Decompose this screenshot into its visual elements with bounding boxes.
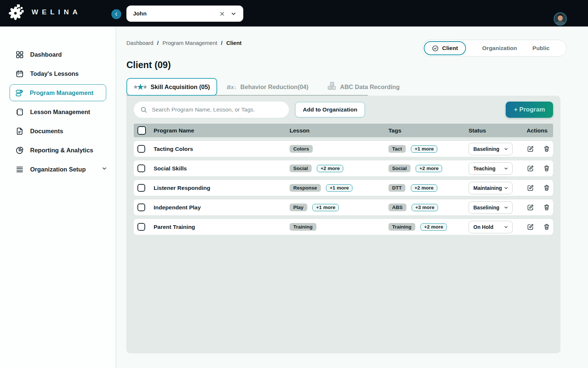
add-to-organization-button[interactable]: Add to Organization [295,102,365,117]
chevron-down-icon [503,166,509,171]
app-header: WELINA John [0,0,588,26]
row-checkbox[interactable] [137,164,145,172]
lesson-chip: Training [290,223,316,231]
tag-more-chip[interactable]: +3 more [412,204,438,211]
add-program-button[interactable]: + Program [506,102,553,118]
tag-more-chip[interactable]: +2 more [416,165,442,172]
main-content: Dashboard / Program Management / Client … [116,26,588,368]
chevron-down-icon [503,146,509,152]
svg-text:A: A [331,82,333,85]
stack-icon [15,165,24,174]
user-avatar[interactable] [553,12,567,26]
tag-chip: ABS [388,204,406,211]
edit-icon[interactable] [527,145,534,153]
stars-icon: ☆ ★ ☆ [134,83,147,91]
tab-behavior-reduction[interactable]: Bx↓ Behavior Reduction(04) [217,78,318,96]
sidebar-item-label: Reporting & Analytics [30,147,93,154]
row-checkbox[interactable] [137,204,145,211]
client-selector-dropdown[interactable]: John [126,6,243,22]
sidebar-item-dashboard[interactable]: Dashboard [0,45,116,64]
breadcrumb-program-management[interactable]: Program Management [162,40,217,46]
tab-skill-acquisition[interactable]: ☆ ★ ☆ Skill Acquisition (05) [126,78,217,96]
chevron-down-icon[interactable] [230,11,237,17]
pie-chart-icon [15,146,24,155]
row-checkbox[interactable] [137,184,145,192]
search-icon [140,106,148,114]
tag-chip: DTT [388,184,405,192]
column-lesson: Lesson [290,127,388,134]
row-checkbox[interactable] [137,145,145,153]
select-all-checkbox[interactable] [137,126,146,135]
sidebar-item-label: Organization Setup [30,166,86,173]
x-icon[interactable] [219,11,225,17]
tab-bar: ☆ ★ ☆ Skill Acquisition (05) Bx↓ Behavio… [126,78,409,96]
flower-logo-icon [8,3,26,21]
edit-icon[interactable] [527,164,534,172]
sidebar-item-reporting-analytics[interactable]: Reporting & Analytics [0,141,116,160]
status-dropdown[interactable]: Baselining [469,201,513,214]
sidebar-item-label: Lesson Management [30,109,90,116]
program-table-panel: Add to Organization + Program Program Na… [126,96,560,353]
breadcrumb-current: Client [226,40,242,46]
column-program-name: Program Name [154,127,290,134]
table-row: Parent Training Training Training +2 mor… [134,219,553,235]
status-dropdown[interactable]: Maintaining [469,182,513,194]
table-row: Independent Play Play +1 more ABS +3 mor… [134,199,553,215]
sidebar-item-documents[interactable]: Documents [0,121,116,141]
table-row: Social Skills Social +2 more Social +2 m… [134,160,553,176]
view-toggle-organization[interactable]: Organization [482,45,517,52]
view-toggle-client[interactable]: Client [424,41,466,55]
status-dropdown[interactable]: Teaching [469,162,513,175]
column-status: Status [469,127,527,134]
lesson-chip: Response [290,184,321,192]
notebook-icon [15,108,24,116]
column-actions: Actions [527,127,553,134]
abc-blocks-icon: A B C [327,82,336,92]
view-toggle-public[interactable]: Public [533,45,550,52]
lesson-more-chip[interactable]: +2 more [317,165,343,172]
edit-icon[interactable] [527,204,534,211]
sidebar-collapse-button[interactable] [111,9,121,19]
program-name: Social Skills [154,165,290,172]
sidebar-item-lesson-management[interactable]: Lesson Management [0,102,116,121]
breadcrumb-dashboard[interactable]: Dashboard [126,40,153,46]
tab-abc-data-recording[interactable]: A B C ABC Data Recording [318,78,409,96]
tag-more-chip[interactable]: +2 more [411,184,437,192]
lesson-more-chip[interactable]: +1 more [312,204,339,211]
program-name: Independent Play [154,204,290,211]
table-header: Program Name Lesson Tags Status Actions [134,124,553,137]
delete-icon[interactable] [543,223,551,231]
delete-icon[interactable] [543,145,551,153]
delete-icon[interactable] [543,184,551,192]
check-circle-icon [432,45,439,52]
brand-logo: WELINA [8,3,81,21]
document-icon [15,127,24,135]
table-row: Tacting Colors Colors Tact +1 more Basel… [134,141,553,157]
tag-more-chip[interactable]: +1 more [411,145,437,153]
sidebar-item-program-management[interactable]: Program Management [10,84,106,101]
tag-more-chip[interactable]: +2 more [420,223,447,231]
page-title: Client (09) [126,60,171,70]
sidebar-item-todays-lessons[interactable]: Today's Lessons [0,64,116,83]
lesson-chip: Play [290,204,307,211]
status-dropdown[interactable]: Baselining [469,143,513,155]
table-controls: Add to Organization + Program [134,102,553,118]
delete-icon[interactable] [543,204,551,211]
search-box [134,102,289,118]
chevron-down-icon [503,205,509,210]
sidebar-item-organization-setup[interactable]: Organization Setup [0,160,116,179]
delete-icon[interactable] [543,164,551,172]
breadcrumb: Dashboard / Program Management / Client [126,40,241,46]
chevron-down-icon [101,166,107,173]
edit-icon[interactable] [527,223,534,231]
program-name: Tacting Colors [154,146,290,152]
program-list-icon [15,89,24,97]
program-name: Parent Training [154,224,290,230]
status-dropdown[interactable]: On Hold [469,221,513,233]
row-checkbox[interactable] [137,223,145,231]
edit-icon[interactable] [527,184,534,192]
lesson-more-chip[interactable]: +1 more [326,184,352,192]
table-row: Listener Responding Response +1 more DTT… [134,180,553,196]
tag-chip: Training [388,223,415,231]
search-input[interactable] [152,106,283,113]
